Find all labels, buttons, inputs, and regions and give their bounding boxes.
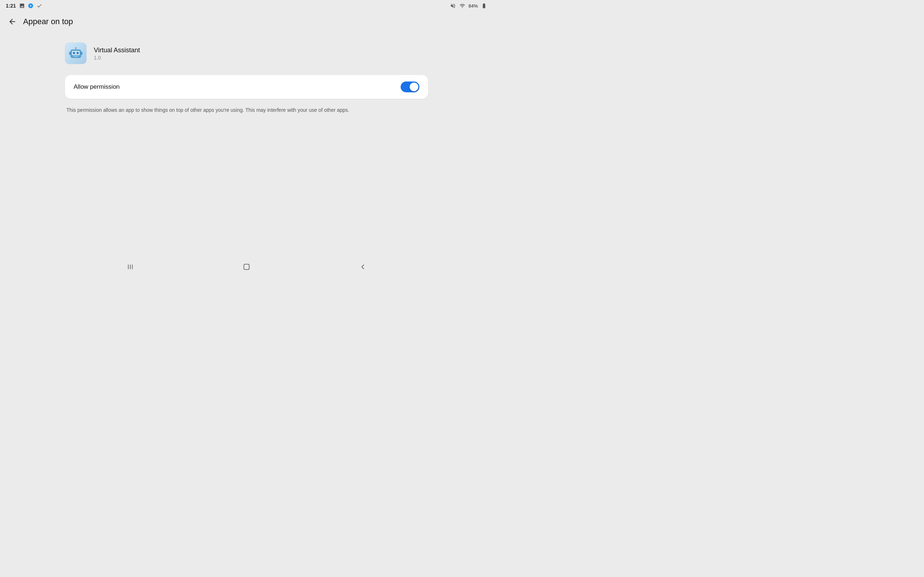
status-left: 1:21: [6, 3, 43, 9]
app-details: Virtual Assistant 1.0: [94, 47, 140, 61]
svg-rect-6: [73, 56, 78, 57]
svg-rect-9: [69, 52, 71, 55]
svg-point-5: [77, 53, 78, 54]
main-content: Virtual Assistant 1.0 Allow permission T…: [0, 32, 493, 121]
mute-icon: [450, 3, 456, 9]
svg-rect-14: [244, 264, 249, 270]
status-icons: [19, 3, 43, 9]
status-time: 1:21: [6, 3, 16, 9]
bottom-navigation: [0, 257, 493, 277]
app-info: Virtual Assistant 1.0: [65, 39, 428, 68]
header: Appear on top: [0, 11, 493, 32]
svg-rect-10: [81, 52, 82, 55]
svg-point-8: [75, 47, 76, 49]
battery-level: 84%: [468, 3, 478, 9]
photo-icon: [19, 3, 25, 9]
allow-permission-toggle[interactable]: [401, 82, 419, 92]
status-bar: 1:21: [0, 0, 493, 11]
permission-description: This permission allows an app to show th…: [65, 106, 428, 114]
toggle-track: [401, 82, 419, 92]
svg-point-4: [74, 53, 75, 54]
app-name: Virtual Assistant: [94, 47, 140, 54]
home-button[interactable]: [238, 258, 255, 276]
status-right: 84%: [450, 3, 487, 9]
permission-card: Allow permission: [65, 75, 428, 99]
wifi-icon: [459, 3, 465, 9]
back-nav-button[interactable]: [354, 258, 372, 276]
battery-icon: [481, 3, 487, 9]
app-icon: [65, 43, 87, 64]
check-icon: [36, 3, 43, 9]
toggle-thumb: [410, 82, 418, 91]
permission-label: Allow permission: [74, 83, 120, 90]
back-button[interactable]: [6, 15, 19, 28]
recent-apps-button[interactable]: [122, 258, 139, 276]
app-version: 1.0: [94, 55, 140, 61]
page-title: Appear on top: [23, 17, 73, 26]
assistant-icon: [27, 3, 34, 9]
